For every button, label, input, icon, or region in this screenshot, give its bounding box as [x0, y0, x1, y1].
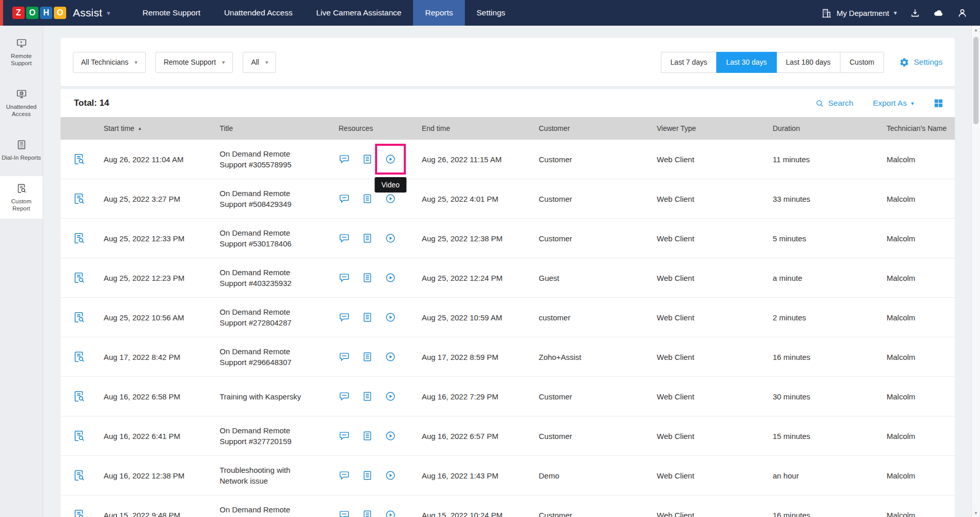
nav-item[interactable]: Remote Support — [131, 0, 212, 26]
col-duration[interactable]: Duration — [773, 124, 887, 132]
session-report-icon[interactable] — [72, 469, 86, 482]
chat-transcript-icon[interactable] — [339, 312, 350, 323]
chat-transcript-icon[interactable] — [339, 509, 350, 517]
chat-transcript-icon[interactable] — [339, 430, 350, 442]
table-row[interactable]: Aug 16, 2022 6:41 PM On Demand Remote Su… — [61, 416, 955, 456]
date-range-button[interactable]: Last 180 days — [776, 52, 840, 73]
cell-duration: 30 minutes — [773, 392, 887, 401]
user-account-icon[interactable] — [957, 8, 968, 18]
chat-transcript-icon[interactable] — [339, 154, 350, 165]
session-report-icon[interactable] — [72, 350, 86, 363]
table-row[interactable]: Aug 15, 2022 9:48 PM On Demand Remote Su… — [61, 495, 955, 517]
zoho-logo-tile: H — [40, 7, 52, 19]
session-notes-icon[interactable] — [362, 509, 373, 517]
table-header-row: Start time ▲ Title Resources End time Cu… — [61, 117, 955, 140]
video-recording-icon[interactable] — [385, 233, 396, 244]
session-notes-icon[interactable] — [362, 351, 373, 362]
nav-item[interactable]: Settings — [465, 0, 517, 26]
cell-start-time: Aug 17, 2022 8:42 PM — [104, 353, 220, 361]
nav-item[interactable]: Live Camera Assistance — [304, 0, 413, 26]
table-row[interactable]: Aug 26, 2022 11:04 AM On Demand Remote S… — [61, 140, 955, 179]
session-notes-icon[interactable] — [362, 154, 373, 165]
chat-transcript-icon[interactable] — [339, 351, 350, 362]
session-report-icon[interactable] — [72, 508, 86, 517]
col-start-time[interactable]: Start time ▲ — [104, 124, 220, 132]
session-notes-icon[interactable] — [362, 470, 373, 481]
session-notes-icon[interactable] — [362, 391, 373, 402]
scroll-down-arrow[interactable]: ▼ — [972, 509, 980, 517]
session-report-icon[interactable] — [72, 429, 86, 443]
sidebar-item-remote-support[interactable]: Remote Support — [0, 31, 43, 73]
sidebar-item-custom-report[interactable]: Custom Report — [0, 176, 43, 219]
chevron-down-icon: ▾ — [222, 59, 225, 66]
scrollbar-thumb[interactable] — [973, 37, 978, 124]
video-recording-icon[interactable] — [385, 312, 396, 323]
session-notes-icon[interactable] — [362, 312, 373, 323]
table-row[interactable]: Aug 25, 2022 12:33 PM On Demand Remote S… — [61, 219, 955, 258]
chevron-down-icon: ▾ — [911, 100, 914, 107]
col-customer[interactable]: Customer — [539, 124, 657, 132]
table-row[interactable]: Aug 16, 2022 6:58 PM Training with Kaspe… — [61, 377, 955, 416]
cell-viewer-type: Web Client — [657, 195, 773, 203]
chevron-down-icon[interactable]: ▾ — [107, 9, 110, 17]
session-report-icon[interactable] — [72, 232, 86, 245]
cell-technician-name: Malcolm — [887, 274, 955, 282]
video-recording-icon[interactable] — [385, 430, 396, 442]
table-row[interactable]: Aug 16, 2022 12:38 PM Troubleshooting wi… — [61, 456, 955, 495]
session-notes-icon[interactable] — [362, 272, 373, 283]
cell-lead — [61, 192, 104, 205]
video-recording-icon[interactable] — [385, 391, 396, 402]
table-row[interactable]: Aug 25, 2022 3:27 PM On Demand Remote Su… — [61, 179, 955, 219]
zoho-assist-logo[interactable]: ZOHO Assist ▾ — [12, 7, 110, 19]
date-range-button[interactable]: Last 7 days — [661, 52, 717, 73]
chat-transcript-icon[interactable] — [339, 470, 350, 481]
chat-transcript-icon[interactable] — [339, 233, 350, 244]
session-notes-icon[interactable] — [362, 430, 373, 442]
col-end-time[interactable]: End time — [422, 124, 539, 132]
video-recording-icon[interactable] — [385, 509, 396, 517]
table-row[interactable]: Aug 25, 2022 12:23 PM On Demand Remote S… — [61, 258, 955, 298]
technician-filter-value: All Technicians — [81, 58, 128, 66]
download-icon[interactable] — [910, 8, 920, 18]
chat-transcript-icon[interactable] — [339, 391, 350, 402]
date-range-button[interactable]: Custom — [840, 52, 884, 73]
video-recording-icon[interactable]: Video — [385, 154, 396, 165]
sidebar-item-unattended-access[interactable]: Unattended Access — [0, 82, 43, 124]
session-notes-icon[interactable] — [362, 233, 373, 244]
scope-filter-dropdown[interactable]: All ▾ — [243, 52, 276, 73]
table-row[interactable]: Aug 17, 2022 8:42 PM On Demand Remote Su… — [61, 337, 955, 377]
session-report-icon[interactable] — [72, 152, 86, 166]
primary-nav: Remote SupportUnattended AccessLive Came… — [131, 0, 517, 26]
sidebar-item-dial-in-reports[interactable]: Dial-In Reports — [0, 132, 43, 168]
date-range-button[interactable]: Last 30 days — [716, 52, 776, 73]
col-resources[interactable]: Resources — [339, 124, 422, 132]
session-report-icon[interactable] — [72, 390, 86, 403]
cloud-icon[interactable] — [933, 8, 944, 18]
session-report-icon[interactable] — [72, 192, 86, 205]
export-as-dropdown[interactable]: Export As ▾ — [873, 99, 914, 108]
video-recording-icon[interactable] — [385, 470, 396, 481]
scroll-up-arrow[interactable]: ▲ — [972, 26, 980, 34]
session-report-icon[interactable] — [72, 311, 86, 324]
col-technician-name[interactable]: Technician's Name — [887, 124, 955, 132]
column-view-button[interactable] — [933, 98, 944, 108]
department-selector[interactable]: My Department ▾ — [821, 8, 897, 18]
col-viewer-type[interactable]: Viewer Type — [657, 124, 773, 132]
service-filter-dropdown[interactable]: Remote Support ▾ — [155, 52, 233, 73]
video-recording-icon[interactable] — [385, 193, 396, 204]
chat-transcript-icon[interactable] — [339, 193, 350, 204]
session-report-icon[interactable] — [72, 271, 86, 284]
nav-item[interactable]: Unattended Access — [212, 0, 305, 26]
chat-transcript-icon[interactable] — [339, 272, 350, 283]
report-settings-link[interactable]: Settings — [899, 58, 943, 67]
session-notes-icon[interactable] — [362, 193, 373, 204]
technician-filter-dropdown[interactable]: All Technicians ▾ — [73, 52, 146, 73]
search-button[interactable]: Search — [815, 99, 853, 108]
cell-technician-name: Malcolm — [887, 234, 955, 243]
video-recording-icon[interactable] — [385, 351, 396, 362]
col-label: Resources — [339, 124, 373, 132]
col-title[interactable]: Title — [220, 124, 339, 132]
video-recording-icon[interactable] — [385, 272, 396, 283]
nav-item[interactable]: Reports — [413, 0, 464, 26]
table-row[interactable]: Aug 25, 2022 10:56 AM On Demand Remote S… — [61, 298, 955, 337]
